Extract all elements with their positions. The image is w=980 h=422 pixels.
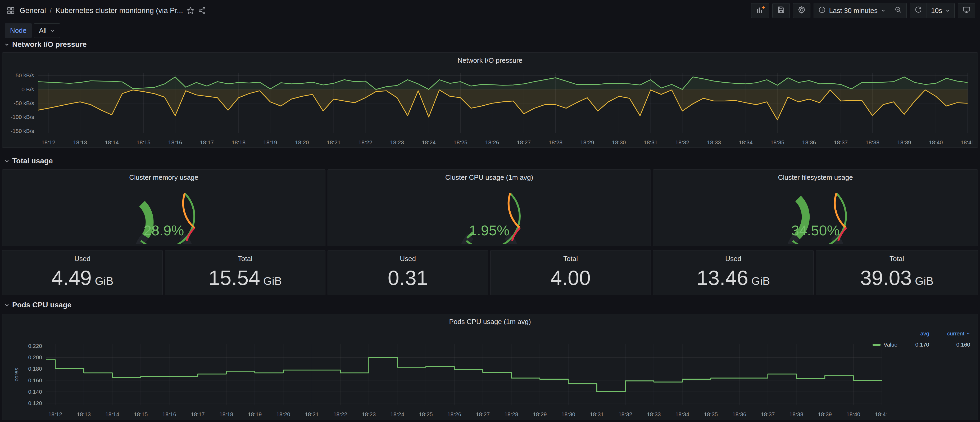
- svg-text:18:37: 18:37: [834, 139, 848, 145]
- svg-text:18:20: 18:20: [295, 139, 309, 145]
- panel-network-io-pressure: Network I/O pressure 18:1218:1318:1418:1…: [2, 53, 978, 148]
- stat-label[interactable]: Total: [165, 255, 325, 263]
- grafana-dashboard: General / Kubernetes cluster monitoring …: [0, 0, 980, 422]
- star-icon[interactable]: [185, 5, 196, 16]
- row-header-total-usage[interactable]: Total usage: [4, 157, 53, 165]
- svg-text:18:22: 18:22: [358, 139, 372, 145]
- svg-text:18:24: 18:24: [390, 411, 404, 417]
- stat-number: 0.31: [388, 266, 428, 290]
- svg-text:18:33: 18:33: [707, 139, 721, 145]
- apps-grid-icon[interactable]: [5, 5, 17, 17]
- svg-text:18:40: 18:40: [929, 139, 943, 145]
- panel-stat-memory-total: Total 15.54 GiB: [165, 250, 325, 295]
- svg-text:18:38: 18:38: [865, 139, 880, 145]
- panel-title[interactable]: Pods CPU usage (1m avg): [2, 318, 978, 326]
- variable-node-select[interactable]: All: [34, 23, 60, 38]
- svg-text:0.200: 0.200: [28, 354, 42, 360]
- variable-node-value: All: [39, 27, 46, 35]
- refresh-interval-label: 10s: [931, 6, 942, 15]
- svg-text:0.140: 0.140: [28, 389, 42, 395]
- svg-text:18:28: 18:28: [549, 139, 563, 145]
- svg-text:18:25: 18:25: [453, 139, 468, 145]
- legend-sort-current[interactable]: current: [947, 330, 970, 337]
- legend-sort-avg[interactable]: avg: [920, 330, 929, 337]
- add-panel-icon: [756, 5, 765, 16]
- panel-stat-cpu-used: Used 0.31: [328, 250, 488, 295]
- panel-title[interactable]: Network I/O pressure: [2, 56, 978, 65]
- panel-pods-cpu-usage: Pods CPU usage (1m avg) 18:1218:1318:141…: [2, 314, 978, 420]
- svg-text:18:17: 18:17: [191, 411, 205, 417]
- row-title: Pods CPU usage: [12, 301, 72, 309]
- save-dashboard-button[interactable]: [772, 3, 790, 18]
- stat-label[interactable]: Used: [328, 255, 488, 263]
- svg-text:18:28: 18:28: [504, 411, 518, 417]
- stat-value: 4.49 GiB: [2, 266, 162, 290]
- legend-series-value[interactable]: Value: [873, 341, 897, 348]
- svg-text:18:34: 18:34: [739, 139, 753, 145]
- dashboard-settings-button[interactable]: [793, 3, 810, 18]
- kiosk-mode-button[interactable]: [958, 3, 975, 18]
- variable-label-node: Node: [5, 23, 32, 38]
- stat-label[interactable]: Used: [653, 255, 813, 263]
- svg-text:18:18: 18:18: [232, 139, 245, 145]
- time-range-picker[interactable]: Last 30 minutes: [814, 3, 890, 18]
- gauge-value: 1.95%: [328, 222, 651, 239]
- svg-text:18:18: 18:18: [220, 411, 233, 417]
- row-header-network-io[interactable]: Network I/O pressure: [4, 40, 87, 49]
- chevron-down-icon: [4, 158, 10, 164]
- svg-text:18:36: 18:36: [732, 411, 746, 417]
- svg-text:18:15: 18:15: [134, 411, 148, 417]
- svg-text:18:40: 18:40: [846, 411, 861, 417]
- panel-title[interactable]: Cluster memory usage: [2, 174, 325, 182]
- stat-number: 4.00: [550, 266, 591, 290]
- panel-stat-cpu-total: Total 4.00: [490, 250, 651, 295]
- panel-title[interactable]: Cluster CPU usage (1m avg): [328, 174, 651, 182]
- panel-title[interactable]: Cluster filesystem usage: [653, 174, 978, 182]
- stat-label[interactable]: Total: [490, 255, 651, 263]
- stat-value: 13.46 GiB: [653, 266, 813, 290]
- refresh-interval-picker[interactable]: 10s: [927, 3, 955, 18]
- time-range-label: Last 30 minutes: [829, 6, 878, 15]
- svg-text:18:35: 18:35: [704, 411, 718, 417]
- save-icon: [777, 6, 785, 16]
- stat-value: 15.54 GiB: [165, 266, 325, 290]
- chevron-down-icon: [4, 303, 10, 307]
- stat-label[interactable]: Total: [816, 255, 978, 263]
- pods-cpu-chart[interactable]: 18:1218:1318:1418:1518:1618:1718:1818:19…: [6, 341, 887, 420]
- breadcrumb-dashboard-title[interactable]: Kubernetes cluster monitoring (via Pr...: [55, 6, 183, 15]
- panel-stat-memory-used: Used 4.49 GiB: [2, 250, 163, 295]
- panel-stat-fs-total: Total 39.03 GiB: [816, 250, 978, 295]
- monitor-icon: [962, 6, 971, 16]
- share-icon[interactable]: [196, 5, 208, 16]
- stat-value: 39.03 GiB: [816, 266, 978, 290]
- chevron-down-icon: [4, 42, 10, 47]
- chevron-down-icon: [945, 6, 950, 15]
- stat-unit: GiB: [751, 275, 770, 288]
- stat-number: 39.03: [860, 266, 912, 290]
- zoom-out-time-button[interactable]: [890, 3, 907, 18]
- svg-text:18:25: 18:25: [419, 411, 433, 417]
- add-panel-button[interactable]: [751, 3, 769, 18]
- svg-text:0.180: 0.180: [28, 366, 42, 372]
- stat-value: 4.00: [490, 266, 651, 290]
- svg-text:cores: cores: [13, 368, 19, 381]
- row-header-pods-cpu[interactable]: Pods CPU usage: [4, 301, 72, 309]
- svg-text:18:30: 18:30: [562, 411, 576, 417]
- legend-series-label: Value: [884, 341, 897, 348]
- svg-text:18:37: 18:37: [761, 411, 775, 417]
- svg-text:18:14: 18:14: [105, 411, 119, 417]
- stat-label[interactable]: Used: [2, 255, 162, 263]
- svg-text:18:39: 18:39: [897, 139, 911, 145]
- svg-text:50 kB/s: 50 kB/s: [16, 72, 34, 78]
- clock-icon: [818, 6, 826, 16]
- template-variables-bar: Node All: [5, 23, 60, 38]
- time-picker-group: Last 30 minutes: [814, 3, 907, 18]
- svg-text:18:26: 18:26: [485, 139, 499, 145]
- breadcrumb-folder[interactable]: General: [19, 6, 46, 15]
- stat-unit: GiB: [915, 275, 934, 288]
- svg-text:18:23: 18:23: [362, 411, 376, 417]
- svg-text:18:22: 18:22: [333, 411, 347, 417]
- refresh-button[interactable]: [910, 3, 927, 18]
- network-io-chart[interactable]: 18:1218:1318:1418:1518:1618:1718:1818:19…: [6, 68, 973, 147]
- svg-text:18:31: 18:31: [590, 411, 604, 417]
